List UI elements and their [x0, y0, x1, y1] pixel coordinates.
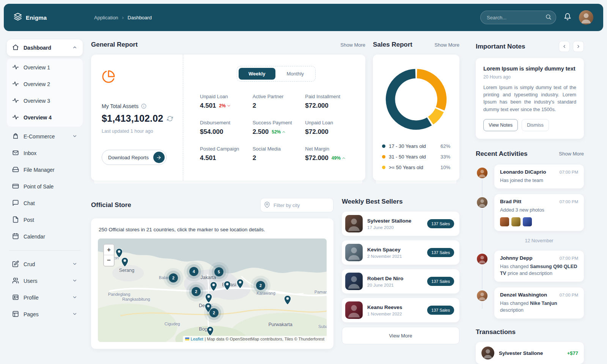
monthly-tab[interactable]: Monthly: [277, 68, 314, 80]
note-heading: Lorem Ipsum is simply dummy text: [483, 66, 576, 72]
general-report-show-more[interactable]: Show More: [340, 42, 365, 48]
seller-photo: [345, 273, 363, 290]
brand-name: Enigma: [26, 14, 47, 21]
delta-badge[interactable]: 49%: [332, 155, 346, 161]
legend-item: 17 - 30 Years old 62%: [382, 143, 450, 149]
sidebar-item-chat[interactable]: Chat: [7, 195, 83, 212]
legend-item: >= 50 Years old 10%: [382, 165, 450, 170]
activity-avatar: [476, 196, 489, 209]
sidebar-item-ecommerce[interactable]: E-Commerce: [7, 128, 83, 145]
sidebar-item-point-of-sale[interactable]: Point of Sale: [7, 178, 83, 195]
sidebar-item-overview-1[interactable]: Overview 1: [7, 59, 83, 76]
store-cluster-marker[interactable]: 4: [189, 267, 198, 276]
sidebar-item-overview-4[interactable]: Overview 4: [7, 109, 83, 126]
sidebar-item-inbox[interactable]: Inbox: [7, 145, 83, 162]
store-map-pin[interactable]: [206, 326, 214, 336]
notes-prev-button[interactable]: [559, 41, 570, 52]
leaflet-link[interactable]: Leaflet: [191, 337, 203, 341]
official-store-card: 250 Official stores in 21 countries, cli…: [91, 218, 333, 349]
general-report-title: General Report: [91, 41, 138, 49]
filter-by-city-input[interactable]: [260, 198, 333, 212]
stat-cell: Paid Installment $72.000: [305, 94, 352, 110]
brand-logo[interactable]: Enigma: [14, 13, 94, 22]
store-map-pin[interactable]: [115, 248, 123, 258]
chevron-down-icon: [226, 104, 231, 108]
map-zoom-control: + −: [103, 244, 115, 267]
sales-report-show-more[interactable]: Show More: [434, 42, 459, 48]
activity-photo-thumbnail[interactable]: [511, 217, 521, 226]
sidebar-item-pages[interactable]: Pages: [7, 306, 83, 323]
sidebar-item-overview-3[interactable]: Overview 3: [7, 93, 83, 109]
activity-photo-thumbnail[interactable]: [500, 217, 509, 226]
total-assets-label: My Total Assets: [102, 103, 138, 109]
general-report-card: My Total Assets $1,413,102.02 Last updat…: [91, 55, 365, 180]
sidebar-item-calendar[interactable]: Calendar: [7, 228, 83, 245]
sidebar-item-users[interactable]: Users: [7, 273, 83, 289]
legend-dot: [382, 155, 385, 158]
sales-report-card: 17 - 30 Years old 62% 31 - 50 Years old …: [373, 55, 459, 180]
activity-avatar: [476, 166, 489, 179]
sidebar-item-post[interactable]: Post: [7, 212, 83, 228]
refresh-icon[interactable]: [167, 116, 173, 122]
weekly-tab[interactable]: Weekly: [239, 68, 275, 80]
inbox-icon: [12, 149, 19, 157]
info-icon[interactable]: [141, 104, 146, 109]
activities-show-more[interactable]: Show More: [559, 151, 584, 157]
download-reports-button[interactable]: Download Reports: [102, 150, 167, 165]
sidebar-divider: [9, 250, 80, 251]
activity-item: Brad Pitt07:00 PM Added 3 new photos: [494, 194, 584, 231]
sidebar-item-profile[interactable]: Profile: [7, 289, 83, 306]
assets-updated-text: Last updated 1 hour ago: [102, 129, 172, 134]
store-map-pin[interactable]: [121, 257, 129, 267]
seller-row: Keanu Reeves 1 November 2022 137 Sales: [342, 298, 459, 322]
chevron-down-icon: [72, 278, 77, 284]
view-notes-button[interactable]: View Notes: [483, 119, 518, 131]
notes-next-button[interactable]: [573, 41, 584, 52]
activity-photo-thumbnail[interactable]: [523, 217, 532, 226]
breadcrumb-dashboard[interactable]: Dashboard: [127, 15, 152, 20]
store-cluster-marker[interactable]: 5: [214, 267, 223, 276]
sales-badge: 137 Sales: [427, 248, 454, 257]
search-input[interactable]: [480, 11, 556, 24]
store-map-pin[interactable]: [205, 293, 212, 303]
seller-row: Sylvester Stallone 17 June 2020 137 Sale…: [342, 212, 459, 236]
zoom-out-button[interactable]: −: [104, 255, 114, 266]
store-map-pin[interactable]: [284, 295, 291, 305]
view-more-button[interactable]: View More: [342, 327, 459, 344]
seller-photo: [345, 244, 363, 261]
delta-badge[interactable]: 52%: [272, 129, 286, 135]
search-icon[interactable]: [545, 14, 552, 22]
sidebar-item-dashboard[interactable]: Dashboard: [7, 39, 83, 56]
store-cluster-marker[interactable]: 2: [169, 273, 178, 282]
store-map-pin[interactable]: [223, 281, 231, 291]
sidebar-item-overview-2[interactable]: Overview 2: [7, 76, 83, 93]
notification-bell-icon[interactable]: [564, 13, 571, 22]
activity-icon: [12, 97, 19, 105]
store-cluster-marker[interactable]: 2: [192, 287, 201, 296]
breadcrumb-application[interactable]: Application: [94, 15, 118, 20]
activity-item: Johnny Depp07:00 PM Has changed Samsung …: [494, 251, 584, 282]
sidebar-item-crud[interactable]: Crud: [7, 256, 83, 273]
store-cluster-marker[interactable]: 2: [209, 308, 219, 317]
store-cluster-marker[interactable]: 2: [256, 281, 265, 290]
dismiss-button[interactable]: Dismiss: [522, 119, 549, 131]
sidebar-item-file-manager[interactable]: File Manager: [7, 162, 83, 178]
breadcrumb: Application › Dashboard: [94, 14, 152, 20]
zoom-in-button[interactable]: +: [104, 245, 114, 255]
user-avatar[interactable]: [579, 10, 593, 25]
store-description: 250 Official stores in 21 countries, cli…: [99, 227, 326, 232]
store-map-pin[interactable]: [210, 281, 217, 292]
legend-item: 31 - 50 Years old 33%: [382, 154, 450, 160]
best-sellers-title: Weekly Best Sellers: [342, 198, 403, 206]
store-map[interactable]: Cilegon Serang Balaraja Jakarta Bekasi K…: [98, 238, 327, 342]
sales-badge: 137 Sales: [427, 219, 454, 228]
right-sidebar: Important Notes Lorem Ipsum is simply du…: [476, 31, 584, 364]
activity-item: Denzel Washington07:00 PM Has changed Ni…: [494, 287, 584, 318]
note-body: Lorem Ipsum is simply dummy text of the …: [483, 84, 576, 113]
chevron-left-icon: [562, 44, 567, 49]
seller-row: Robert De Niro 20 June 2021 137 Sales: [342, 269, 459, 293]
arrow-right-icon: [153, 152, 165, 163]
ukraine-flag-icon: [185, 337, 189, 340]
store-map-pin[interactable]: [236, 279, 244, 289]
delta-badge[interactable]: 2%: [219, 103, 231, 108]
